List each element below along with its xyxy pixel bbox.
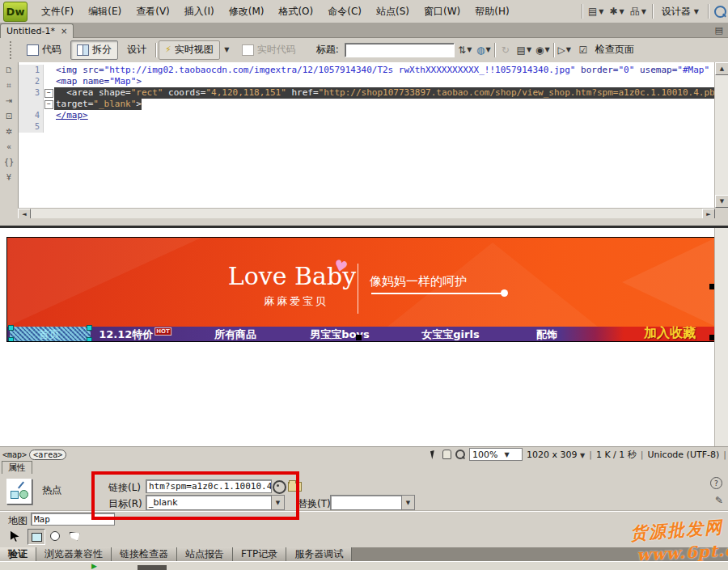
panel-menu-icon[interactable]: ▤ [715,25,723,36]
nav-item[interactable]: 12.12特价HOT [99,327,171,342]
menu-item[interactable]: 站点(S) [369,2,417,21]
code-row[interactable]: 3− <area shape="rect" coords="4,120,118,… [19,87,715,99]
download-stats: 1 K / 1 秒 [596,449,637,461]
zoom-tool-icon[interactable] [455,450,465,459]
code-row[interactable]: 2<map name="Map"> [19,76,715,87]
live-view-dropdown[interactable]: ▼ [221,40,233,60]
banner-divider [358,264,358,314]
window-size-select[interactable]: 1020 x 309 ▼ [527,450,585,460]
file-management-icon[interactable]: ⇅▼ [457,42,473,58]
help-icon[interactable]: ? [710,477,722,489]
rectangle-hotspot-tool[interactable] [28,529,45,545]
oval-hotspot-tool[interactable] [47,529,63,543]
code-view-button[interactable]: 代码 [20,40,68,60]
view-options-icon[interactable]: ▤▼ [516,42,532,58]
layout-switcher-icon[interactable]: ▤▼ [588,6,604,17]
code-row[interactable]: 5 [19,121,715,133]
properties-tab[interactable]: 属性 [2,461,32,474]
expand-all-icon[interactable]: ✲ [6,128,12,136]
open-documents-icon[interactable]: 🗋 [5,66,13,74]
browser-check-icon[interactable]: ☑ [575,42,591,58]
tab-untitled-1[interactable]: Untitled-1* × [0,23,74,38]
visual-aids-icon[interactable]: ◉▼ [535,42,551,58]
banner-slogan: 像妈妈一样的呵护 [370,274,467,289]
nav-item[interactable]: 加入收藏 [644,325,696,342]
more-tools-icon[interactable]: ¥ [6,174,11,182]
hotspot-handle[interactable] [8,337,14,342]
tab-close-icon[interactable]: × [61,27,67,36]
code-view[interactable]: 🗋 ⌗ ⇥ ⊡ ✲ « {} ¥ 1<img src="http://img02… [0,62,728,208]
code-vertical-scrollbar[interactable]: ▲ ▼ [714,62,728,208]
banner-image[interactable]: Love Baby ♥ 麻麻爱宝贝 像妈妈一样的呵护 首页12.12特价HOT所… [6,237,717,342]
title-input[interactable] [345,43,455,57]
collapse-selection-icon[interactable]: ⊡ [6,112,12,120]
nav-item[interactable]: 配饰 [536,327,557,342]
tag-area-selected[interactable]: <area> [29,450,66,460]
title-label: 标题: [316,43,339,57]
menu-item[interactable]: 帮助(H) [468,2,516,21]
hotspot-handle[interactable] [87,325,92,331]
menu-item[interactable]: 修改(M) [222,2,272,21]
hotspot-handle[interactable] [87,337,92,342]
live-view-button[interactable]: ⚡实时视图 [159,40,220,60]
results-tab[interactable]: 链接检查器 [112,547,177,561]
collapse-full-tag-icon[interactable]: ⇥ [6,97,12,105]
scroll-down-icon[interactable]: ▼ [715,195,728,208]
scroll-up-icon[interactable]: ▲ [715,62,728,75]
code-horizontal-scrollbar[interactable]: ◄ ► [18,208,715,219]
design-vertical-scrollbar[interactable] [714,228,728,446]
menu-item[interactable]: 格式(O) [271,2,320,21]
results-toolbar-strip: ▶ [0,561,728,570]
image-resize-handle[interactable] [356,335,362,340]
menu-item[interactable]: 查看(V) [129,2,177,21]
results-tab[interactable]: 站点报告 [177,547,233,561]
zoom-level-select[interactable]: 100%▼ [469,448,523,461]
balance-braces-icon[interactable]: {} [4,158,15,167]
nav-item[interactable]: 所有商品 [214,327,256,342]
collapse-toggle-icon[interactable]: − [44,89,53,98]
design-view[interactable]: Love Baby ♥ 麻麻爱宝贝 像妈妈一样的呵护 首页12.12特价HOT所… [0,228,715,446]
results-tab[interactable]: 验证 [0,547,36,561]
alt-select[interactable]: ▼ [330,495,415,510]
results-tab[interactable]: FTP记录 [233,547,286,561]
code-row[interactable]: −target="_blank"> [19,99,715,110]
results-tab[interactable]: 浏览器兼容性 [36,547,112,561]
menu-item[interactable]: 插入(I) [177,2,222,21]
site-network-icon[interactable]: 品▼ [630,5,646,19]
results-tab[interactable]: 服务器调试 [286,547,352,561]
nav-item[interactable]: 女宝宝girls [421,327,479,342]
code-row[interactable]: 4</map> [19,110,715,121]
divider [652,4,653,19]
select-tool-icon[interactable] [430,450,439,459]
hotspot-handle[interactable] [8,325,14,331]
hand-tool-icon[interactable] [442,450,451,459]
tag-map[interactable]: <map> [2,450,27,459]
menu-item[interactable]: 命令(C) [320,2,369,21]
menu-item[interactable]: 编辑(E) [81,2,129,21]
collapse-toggle-icon[interactable]: − [44,100,53,109]
image-map-hotspot[interactable] [10,327,91,341]
extensions-gear-icon[interactable]: ✱▼ [609,6,624,17]
polygon-hotspot-tool[interactable] [66,529,83,543]
pointer-tool[interactable] [6,529,23,543]
code-row[interactable]: 1<img src="http://img02.taobaocdn.com/im… [19,65,715,76]
menu-item[interactable]: 文件(F) [34,2,81,21]
run-validation-icon[interactable]: ▶ [91,562,97,570]
code-view-icon [27,44,39,56]
search-icon[interactable] [714,6,726,18]
quick-tag-edit-icon[interactable]: ✎ [715,495,723,506]
show-code-navigator-icon[interactable]: ⌗ [6,82,11,90]
check-page-label[interactable]: 检查页面 [595,43,634,57]
design-view-button[interactable]: 设计 [121,40,153,60]
workspace-switcher[interactable]: 设计器▼ [658,3,702,20]
select-parent-tag-icon[interactable]: « [6,143,11,151]
menu-item[interactable]: 窗口(W) [417,2,468,21]
chevron-down-icon[interactable]: ▼ [401,496,414,509]
view-splitter[interactable] [0,218,728,228]
validate-markup-icon[interactable]: ▷▼ [557,42,573,58]
dreamweaver-window: Dw 文件(F)编辑(E)查看(V)插入(I)修改(M)格式(O)命令(C)站点… [0,0,728,570]
preview-globe-icon[interactable]: ◍▼ [476,42,492,58]
split-view-button[interactable]: 拆分 [70,40,118,60]
coding-toolbar: 🗋 ⌗ ⇥ ⊡ ✲ « {} ¥ [0,62,19,212]
menu-right-cluster: ▤▼ ✱▼ 品▼ 设计器▼ [582,3,728,20]
